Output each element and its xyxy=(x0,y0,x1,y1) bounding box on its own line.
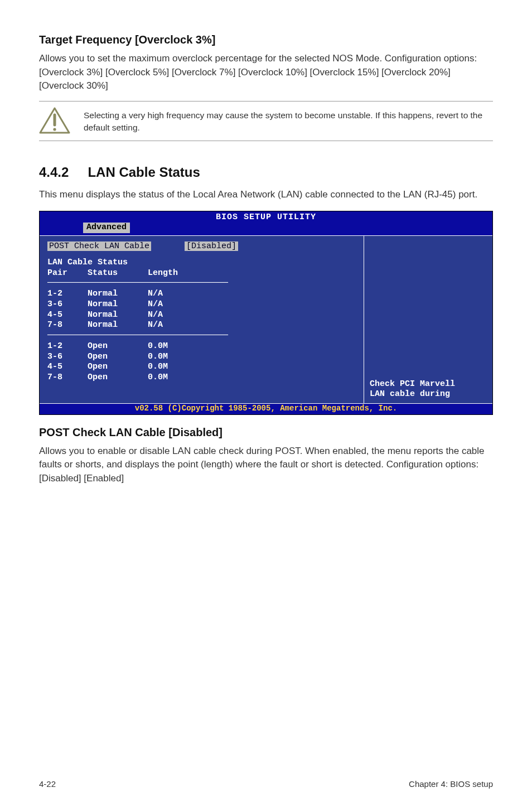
bios-field-value: [Disabled] xyxy=(185,241,238,251)
table-row: 1-2 Normal N/A xyxy=(47,289,357,299)
target-frequency-heading: Target Frequency [Overclock 3%] xyxy=(39,33,493,46)
post-check-body: Allows you to enable or disable LAN cabl… xyxy=(39,445,493,486)
svg-point-2 xyxy=(53,128,56,131)
lan-cable-intro: This menu displays the status of the Loc… xyxy=(39,188,493,202)
bios-divider: ──────────────────────────────────── xyxy=(47,331,357,341)
table-row: 4-5 Open 0.0M xyxy=(47,362,357,373)
bios-tab-advanced: Advanced xyxy=(83,223,130,233)
post-check-heading: POST Check LAN Cable [Disabled] xyxy=(39,426,493,439)
table-row: 4-5 Normal N/A xyxy=(47,310,357,321)
target-frequency-body: Allows you to set the maximum overclock … xyxy=(39,52,493,93)
lan-cable-status-heading: 4.4.2LAN Cable Status xyxy=(39,165,493,180)
bios-screenshot: BIOS SETUP UTILITY Advanced POST Check L… xyxy=(39,211,493,415)
bios-status-header: LAN Cable Status xyxy=(47,258,357,268)
subsection-title: LAN Cable Status xyxy=(88,165,200,180)
table-row: 3-6 Normal N/A xyxy=(47,299,357,310)
bios-column-headers: Pair Status Length xyxy=(47,268,357,279)
caution-note: Selecting a very high frequency may caus… xyxy=(39,101,493,141)
table-row: 1-2 Open 0.0M xyxy=(47,341,357,352)
bios-title: BIOS SETUP UTILITY xyxy=(40,211,492,223)
bios-footer: v02.58 (C)Copyright 1985-2005, American … xyxy=(40,403,492,414)
bios-tab-row: Advanced xyxy=(40,223,492,235)
bios-field-label: POST Check LAN Cable xyxy=(47,241,151,251)
table-row: 3-6 Open 0.0M xyxy=(47,352,357,363)
bios-help-line2: LAN cable during xyxy=(370,389,487,400)
table-row: 7-8 Open 0.0M xyxy=(47,373,357,383)
bios-help-line1: Check PCI Marvell xyxy=(370,379,487,390)
bios-left-panel: POST Check LAN Cable[Disabled] LAN Cable… xyxy=(40,236,364,403)
caution-icon xyxy=(39,107,70,135)
caution-text: Selecting a very high frequency may caus… xyxy=(84,107,493,133)
bios-right-panel: Check PCI Marvell LAN cable during xyxy=(364,236,492,403)
subsection-number: 4.4.2 xyxy=(39,165,69,180)
bios-divider: ──────────────────────────────────── xyxy=(47,278,357,289)
table-row: 7-8 Normal N/A xyxy=(47,320,357,331)
